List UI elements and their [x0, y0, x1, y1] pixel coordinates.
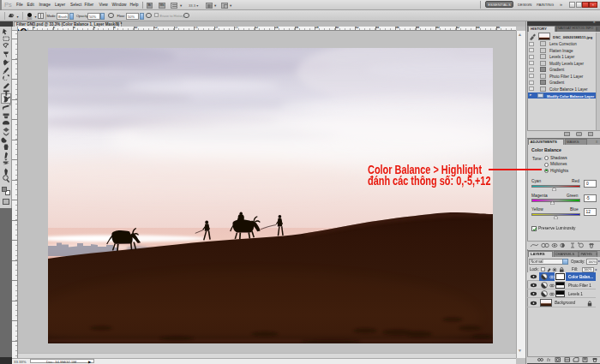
svg-text:fx: fx [547, 357, 551, 362]
